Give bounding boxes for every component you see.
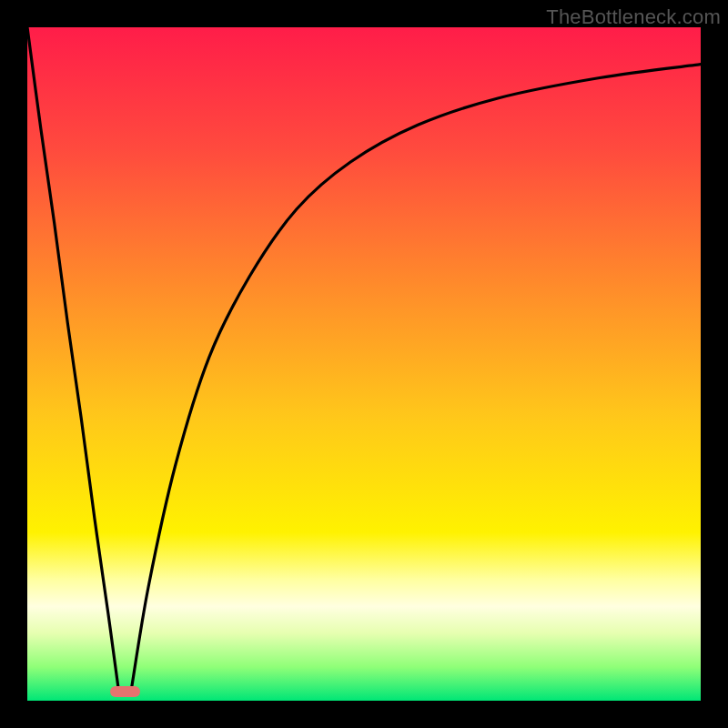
right-branch-path xyxy=(132,65,701,688)
plot-area xyxy=(27,27,701,701)
curve-layer xyxy=(27,27,701,701)
bottleneck-marker xyxy=(110,686,140,697)
chart-frame: TheBottleneck.com xyxy=(0,0,728,728)
watermark-text: TheBottleneck.com xyxy=(546,5,721,29)
left-branch-path xyxy=(27,27,118,687)
